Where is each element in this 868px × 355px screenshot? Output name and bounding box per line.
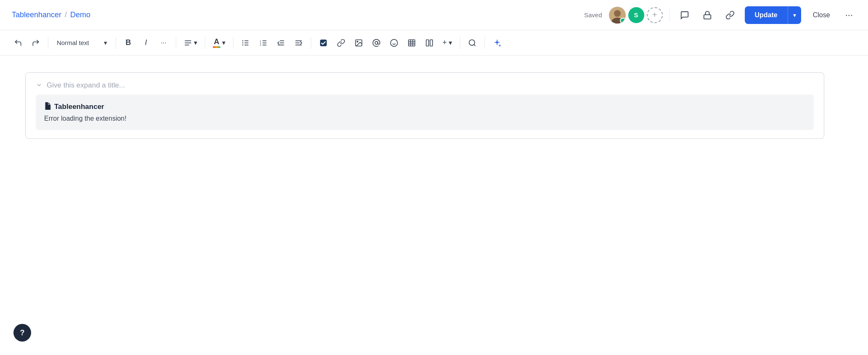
table-icon	[408, 39, 416, 47]
image-button[interactable]	[351, 35, 367, 51]
topbar: Tableenhancer / Demo Saved S +	[0, 0, 868, 30]
svg-point-39	[469, 40, 474, 45]
svg-rect-25	[320, 40, 327, 46]
redo-icon	[32, 39, 40, 47]
table-button[interactable]	[404, 35, 420, 51]
collaborators: S +	[609, 7, 663, 24]
close-button[interactable]: Close	[808, 8, 835, 22]
expand-block: Give this expand a title... Tableenhance…	[25, 72, 824, 139]
text-style-dropdown[interactable]: Normal text ▾	[53, 35, 111, 51]
columns-icon	[425, 39, 434, 47]
update-button-group: Update ▾	[745, 6, 801, 24]
page-link[interactable]: Demo	[70, 11, 90, 19]
extension-error-message: Error loading the extension!	[44, 115, 805, 122]
checkbox-icon	[319, 39, 328, 47]
svg-point-1	[614, 10, 621, 17]
expand-title-placeholder[interactable]: Give this expand a title...	[47, 81, 125, 90]
svg-point-10	[242, 40, 243, 41]
toolbar-divider-2	[116, 37, 116, 49]
saved-status: Saved	[584, 11, 602, 19]
font-color-button[interactable]: A ▾	[209, 35, 229, 51]
undo-icon	[14, 39, 22, 47]
ordered-list-icon: 1 2 3	[259, 39, 267, 47]
collaborator-avatar-s[interactable]: S	[628, 7, 644, 23]
help-button[interactable]: ?	[13, 324, 31, 342]
bold-button[interactable]: B	[120, 35, 136, 51]
extension-name-row: Tableenhancer	[44, 102, 805, 111]
topbar-actions: Saved S +	[584, 6, 856, 24]
mention-button[interactable]	[368, 35, 384, 51]
svg-rect-38	[430, 40, 433, 46]
image-icon	[355, 39, 363, 47]
editor-toolbar: Normal text ▾ B I ··· ▾ A ▾ 1 2 3	[0, 30, 868, 56]
lock-button[interactable]	[699, 7, 715, 23]
search-button[interactable]	[464, 35, 480, 51]
svg-point-28	[375, 41, 378, 44]
toolbar-divider-6	[311, 37, 311, 49]
expand-chevron-icon[interactable]	[36, 82, 42, 90]
breadcrumb-separator: /	[65, 11, 67, 19]
toolbar-divider-8	[484, 37, 485, 49]
add-block-button[interactable]: + ▾	[439, 35, 455, 51]
text-style-chevron: ▾	[104, 39, 107, 47]
toolbar-divider-3	[176, 37, 176, 49]
bullet-list-icon	[241, 39, 250, 47]
more-formatting-icon: ···	[161, 39, 166, 47]
indent-decrease-icon	[277, 39, 285, 47]
ordered-list-button[interactable]: 1 2 3	[255, 35, 271, 51]
add-block-icon: +	[442, 38, 447, 47]
emoji-button[interactable]	[386, 35, 402, 51]
link-icon	[725, 11, 735, 20]
checkbox-button[interactable]	[315, 35, 331, 51]
indent-increase-button[interactable]	[291, 35, 307, 51]
update-dropdown-button[interactable]: ▾	[788, 6, 801, 24]
more-formatting-button[interactable]: ···	[156, 35, 172, 51]
link-button[interactable]	[722, 7, 738, 23]
comments-button[interactable]	[677, 7, 693, 23]
italic-button[interactable]: I	[138, 35, 154, 51]
svg-point-29	[391, 39, 398, 46]
undo-button[interactable]	[10, 35, 26, 51]
ai-button[interactable]	[489, 35, 505, 51]
brand-link[interactable]: Tableenhancer	[12, 11, 61, 19]
update-button[interactable]: Update	[745, 6, 788, 24]
expand-header: Give this expand a title...	[36, 81, 814, 90]
extension-name-label: Tableenhancer	[54, 103, 104, 111]
bullet-list-button[interactable]	[238, 35, 254, 51]
svg-rect-32	[409, 40, 415, 46]
svg-text:3: 3	[260, 43, 261, 46]
add-collaborator-button[interactable]: +	[647, 7, 663, 23]
svg-rect-37	[426, 40, 429, 46]
add-block-chevron: ▾	[449, 39, 452, 47]
link-insert-button[interactable]	[333, 35, 349, 51]
font-color-chevron: ▾	[222, 39, 225, 47]
text-style-label: Normal text	[57, 39, 89, 46]
alignment-button[interactable]: ▾	[180, 35, 201, 51]
columns-button[interactable]	[421, 35, 437, 51]
topbar-divider	[670, 8, 670, 22]
mention-icon	[372, 39, 381, 47]
svg-rect-3	[704, 15, 711, 19]
sparkle-icon	[492, 38, 502, 48]
document-icon	[44, 102, 51, 111]
indent-decrease-button[interactable]	[273, 35, 289, 51]
redo-button[interactable]	[28, 35, 44, 51]
toolbar-divider-7	[460, 37, 460, 49]
toolbar-divider-5	[233, 37, 233, 49]
editor-area: Give this expand a title... Tableenhance…	[0, 56, 868, 350]
svg-point-11	[242, 42, 243, 43]
expand-content: Tableenhancer Error loading the extensio…	[36, 95, 814, 130]
chevron-down-icon: ▾	[793, 12, 796, 19]
link-insert-icon	[337, 39, 345, 47]
svg-line-40	[474, 44, 475, 46]
emoji-icon	[390, 39, 398, 47]
user-avatar[interactable]	[609, 7, 626, 24]
align-chevron-icon: ▾	[194, 39, 197, 47]
lock-icon	[703, 11, 712, 20]
avatar-online-badge	[620, 18, 626, 24]
more-options-button[interactable]: ···	[842, 6, 856, 24]
toolbar-divider-1	[48, 37, 48, 49]
comment-icon	[680, 11, 689, 20]
align-icon	[184, 39, 192, 47]
breadcrumb: Tableenhancer / Demo	[12, 11, 90, 19]
